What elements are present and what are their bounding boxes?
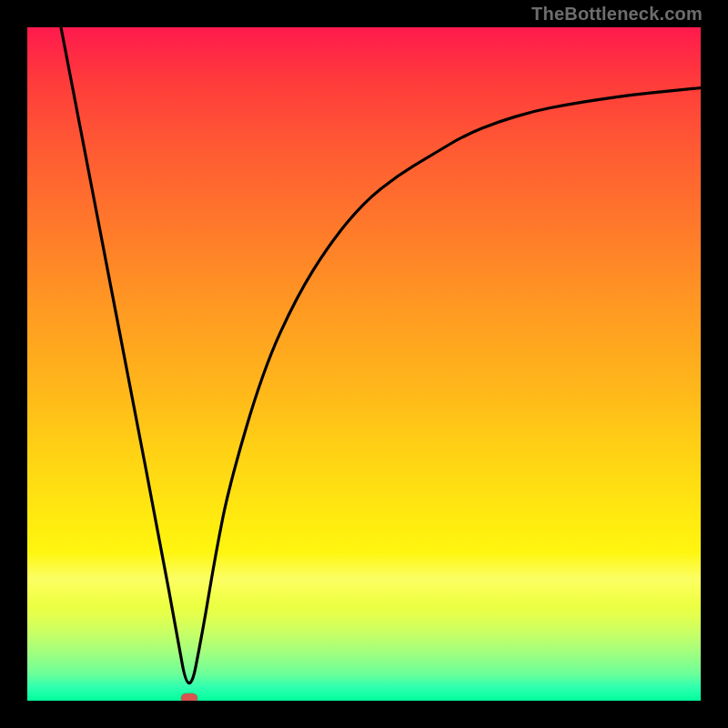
bottleneck-curve <box>61 27 701 683</box>
plot-area <box>27 27 701 701</box>
watermark-text: TheBottleneck.com <box>531 4 703 25</box>
curve-svg <box>27 27 701 701</box>
optimum-marker <box>181 693 197 701</box>
chart-frame: TheBottleneck.com <box>0 0 728 728</box>
